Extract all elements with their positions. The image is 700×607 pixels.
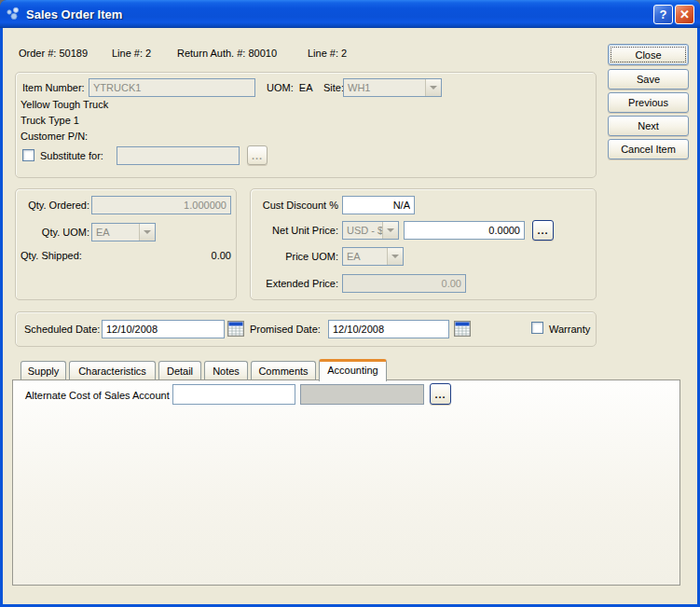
scheduled-date-input[interactable] [102, 320, 225, 338]
item-uom: UOM: EA [267, 82, 313, 93]
promised-calendar-icon[interactable] [454, 321, 471, 337]
alt-cos-account-description [300, 384, 424, 405]
tab-notes[interactable]: Notes [204, 361, 248, 380]
customer-pn-label: Customer P/N: [21, 131, 88, 142]
accounting-tab-panel [12, 379, 680, 586]
tab-characteristics[interactable]: Characteristics [69, 361, 156, 380]
app-icon [6, 7, 21, 21]
close-icon[interactable]: ✕ [675, 5, 694, 24]
cust-discount-input[interactable] [342, 196, 415, 214]
next-button[interactable]: Next [608, 116, 689, 136]
scheduled-calendar-icon[interactable] [227, 321, 244, 337]
qty-ordered-input [91, 196, 231, 214]
warranty-label: Warranty [549, 324, 590, 335]
promised-date-label: Promised Date: [250, 324, 321, 335]
previous-button[interactable]: Previous [608, 92, 689, 113]
qty-shipped-label: Qty. Shipped: [21, 250, 82, 261]
window-title: Sales Order Item [26, 7, 122, 21]
qty-ordered-label: Qty. Ordered: [19, 200, 89, 211]
price-uom-label: Price UOM: [252, 251, 338, 262]
scheduled-date-label: Scheduled Date: [24, 324, 100, 335]
net-unit-price-label: Net Unit Price: [252, 225, 338, 236]
tab-comments[interactable]: Comments [251, 361, 316, 380]
item-description-1: Yellow Tough Truck [21, 99, 108, 110]
dropdown-arrow-icon [139, 224, 155, 241]
warranty-checkbox[interactable] [531, 322, 543, 334]
site-label: Site: [323, 82, 344, 93]
substitute-label: Substitute for: [40, 150, 103, 161]
substitute-checkbox[interactable] [22, 149, 34, 161]
tab-detail[interactable]: Detail [158, 361, 201, 380]
alt-cos-account-label: Alternate Cost of Sales Account [25, 390, 170, 401]
account-browse-button[interactable]: ... [430, 383, 451, 405]
line-number-1: Line #: 2 [112, 48, 151, 59]
price-browse-button[interactable]: ... [532, 220, 554, 241]
dropdown-arrow-icon [382, 222, 398, 239]
close-button[interactable]: Close [608, 44, 689, 65]
cancel-item-button[interactable]: Cancel Item [608, 139, 689, 159]
substitute-browse-button: ... [247, 145, 268, 165]
alt-cos-account-input[interactable] [172, 384, 295, 405]
extended-price-input [342, 274, 466, 293]
cust-discount-label: Cust Discount % [252, 200, 338, 211]
help-icon[interactable]: ? [653, 5, 673, 24]
item-number-label: Item Number: [22, 82, 85, 93]
return-auth-number: Return Auth. #: 80010 [177, 48, 277, 59]
line-number-2: Line #: 2 [308, 48, 347, 59]
titlebar[interactable]: Sales Order Item ? ✕ [0, 0, 700, 28]
promised-date-input[interactable] [328, 320, 449, 338]
save-button[interactable]: Save [608, 69, 689, 90]
dropdown-arrow-icon [387, 248, 403, 265]
dropdown-arrow-icon [425, 79, 441, 96]
order-number: Order #: 50189 [19, 48, 88, 59]
extended-price-label: Extended Price: [252, 278, 338, 289]
item-description-2: Truck Type 1 [21, 115, 79, 126]
sales-order-item-dialog: Sales Order Item ? ✕ Order #: 50189 Line… [0, 0, 700, 607]
price-uom-select: EA [342, 247, 404, 266]
tab-accounting[interactable]: Accounting [319, 359, 387, 381]
currency-select: USD - $ [342, 221, 399, 240]
substitute-input [117, 146, 240, 165]
qty-shipped-value: 0.00 [168, 250, 231, 261]
qty-uom-select: EA [91, 223, 156, 241]
net-unit-price-input[interactable] [404, 221, 525, 240]
tab-supply[interactable]: Supply [21, 361, 66, 380]
qty-uom-label: Qty. UOM: [19, 227, 89, 238]
item-number-input [89, 78, 255, 97]
site-select: WH1 [343, 78, 442, 97]
